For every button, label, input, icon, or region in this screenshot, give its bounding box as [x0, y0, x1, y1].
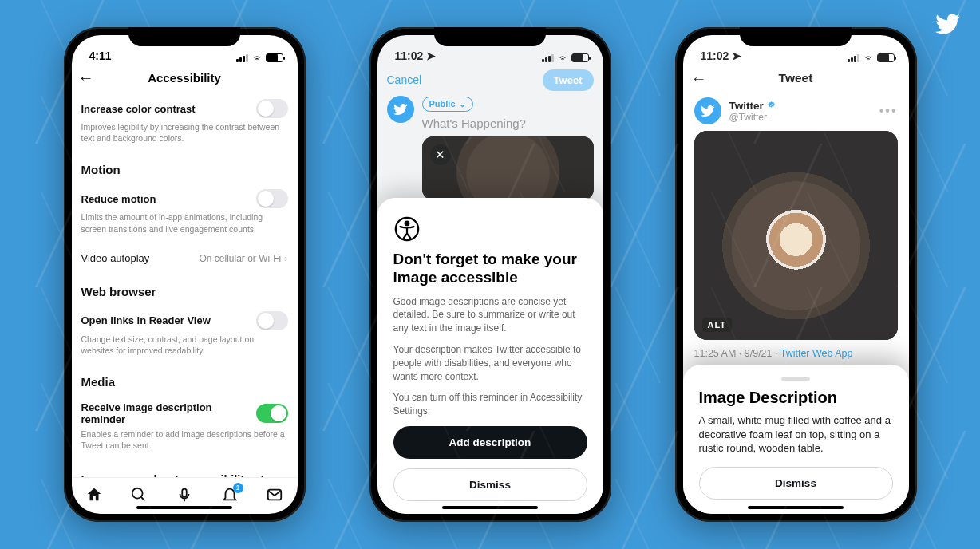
status-time: 11:02 ➤	[395, 49, 437, 62]
cell-signal-icon	[236, 54, 248, 62]
sheet-title: Don't forget to make your image accessib…	[393, 251, 587, 287]
author-handle[interactable]: @Twitter	[729, 112, 776, 123]
wifi-icon	[863, 54, 874, 62]
phone-2: 11:02 ➤ Cancel Tweet Public⌄ What's Happ…	[369, 27, 611, 522]
battery-icon	[877, 53, 895, 62]
section-media: Media	[81, 364, 288, 393]
tab-notifications-icon[interactable]: 1	[221, 486, 239, 507]
settings-list[interactable]: Increase color contrast Improves legibil…	[72, 91, 298, 477]
tweet-image[interactable]: ALT	[694, 131, 898, 340]
setting-label: Increase color contrast	[81, 103, 196, 115]
status-icons	[848, 53, 895, 62]
home-indicator	[442, 506, 538, 509]
notification-badge: 1	[233, 483, 243, 493]
location-icon: ➤	[426, 49, 436, 62]
tweet-header: Twitter @Twitter •••	[683, 93, 909, 126]
setting-label: Receive image description reminder	[81, 401, 257, 425]
setting-value: On cellular or Wi-Fi	[199, 253, 281, 264]
svg-point-0	[132, 488, 143, 498]
setting-video-autoplay[interactable]: Video autoplay On cellular or Wi-Fi›	[81, 243, 288, 274]
chevron-right-icon: ›	[284, 252, 287, 264]
screen-3: 11:02 ➤ ← Tweet Twitter	[683, 35, 909, 514]
cell-signal-icon	[542, 54, 554, 62]
status-time: 4:11	[89, 49, 112, 62]
tab-home-icon[interactable]	[85, 486, 103, 507]
alt-badge[interactable]: ALT	[702, 318, 733, 332]
author-name[interactable]: Twitter	[729, 100, 776, 112]
battery-icon	[571, 53, 589, 62]
image-description-sheet: Image Description A small, white mug fil…	[683, 365, 909, 514]
dismiss-button[interactable]: Dismiss	[393, 468, 587, 501]
setting-label: Open links in Reader View	[81, 314, 211, 326]
audience-selector[interactable]: Public⌄	[422, 97, 473, 112]
section-learn: Learn more about accessibility at Twitte…	[81, 459, 288, 477]
setting-label: Video autoplay	[81, 252, 150, 264]
compose-area: Public⌄ What's Happening? ✕	[377, 96, 603, 200]
nav-bar: ← Accessibility	[72, 64, 298, 91]
sheet-para-1: Good image descriptions are concise yet …	[393, 295, 587, 335]
tweet-button[interactable]: Tweet	[543, 69, 594, 91]
back-arrow-icon[interactable]: ←	[691, 69, 707, 88]
phone-row: 4:11 ← Accessibility Increase color cont…	[0, 0, 980, 549]
toggle-image-reminder[interactable]	[256, 404, 287, 423]
sheet-grabber[interactable]	[781, 377, 810, 381]
notch	[128, 27, 240, 46]
setting-increase-contrast: Increase color contrast	[81, 91, 288, 121]
tab-messages-icon[interactable]	[266, 486, 283, 507]
tab-spaces-icon[interactable]	[176, 486, 193, 507]
tweet-source[interactable]: Twitter Web App	[780, 348, 853, 359]
tweet-meta: 11:25 AM · 9/9/21 · Twitter Web App	[683, 340, 909, 359]
toggle-reader-view[interactable]	[256, 311, 288, 330]
section-web: Web browser	[81, 274, 288, 303]
accessibility-icon	[393, 215, 421, 243]
svg-rect-1	[182, 488, 187, 496]
svg-point-4	[405, 222, 409, 226]
avatar[interactable]	[694, 97, 721, 124]
home-indicator	[748, 506, 844, 509]
sheet-para-3: You can turn off this reminder in Access…	[393, 391, 587, 418]
coffee-image	[694, 131, 898, 340]
status-icons	[236, 53, 283, 62]
tab-search-icon[interactable]	[130, 486, 148, 507]
nav-title: Accessibility	[148, 71, 221, 85]
setting-desc: Improves legibility by increasing the co…	[81, 121, 288, 152]
phone-1: 4:11 ← Accessibility Increase color cont…	[64, 27, 306, 522]
home-indicator	[136, 506, 232, 509]
setting-desc: Enables a reminder to add image descript…	[81, 429, 288, 459]
sheet-title: Image Description	[699, 389, 893, 407]
screen-2: 11:02 ➤ Cancel Tweet Public⌄ What's Happ…	[377, 35, 603, 514]
setting-reader-view: Open links in Reader View	[81, 303, 288, 334]
cancel-button[interactable]: Cancel	[387, 73, 422, 86]
screen-1: 4:11 ← Accessibility Increase color cont…	[72, 35, 298, 514]
compose-header: Cancel Tweet	[377, 64, 603, 96]
sheet-body: A small, white mug filled with coffee an…	[699, 413, 893, 456]
setting-image-reminder: Receive image description reminder	[81, 393, 288, 429]
nav-bar: ← Tweet	[683, 64, 909, 93]
accessibility-reminder-sheet: Don't forget to make your image accessib…	[377, 198, 603, 514]
compose-placeholder[interactable]: What's Happening?	[422, 117, 594, 130]
toggle-contrast[interactable]	[256, 99, 288, 118]
more-options-icon[interactable]: •••	[879, 104, 898, 118]
back-arrow-icon[interactable]: ←	[78, 69, 94, 87]
sheet-para-2: Your description makes Twitter accessibl…	[393, 343, 587, 383]
phone-3: 11:02 ➤ ← Tweet Twitter	[675, 27, 917, 522]
status-icons	[542, 53, 589, 62]
toggle-reduce-motion[interactable]	[256, 189, 288, 208]
tweet-time: 11:25 AM	[694, 348, 737, 359]
notch	[740, 27, 852, 46]
notch	[434, 27, 546, 46]
attached-image[interactable]: ✕	[422, 136, 594, 200]
avatar[interactable]	[387, 96, 414, 123]
coffee-image	[422, 136, 594, 200]
nav-title: Tweet	[779, 71, 813, 85]
wifi-icon	[251, 54, 263, 62]
chevron-down-icon: ⌄	[459, 99, 466, 109]
section-motion: Motion	[81, 152, 288, 181]
setting-reduce-motion: Reduce motion	[81, 181, 288, 211]
setting-desc: Limits the amount of in-app animations, …	[81, 211, 288, 242]
dismiss-button[interactable]: Dismiss	[699, 467, 893, 500]
cell-signal-icon	[848, 54, 859, 62]
remove-image-icon[interactable]: ✕	[430, 144, 451, 165]
setting-desc: Change text size, contrast, and page lay…	[81, 334, 288, 364]
add-description-button[interactable]: Add description	[393, 426, 587, 459]
